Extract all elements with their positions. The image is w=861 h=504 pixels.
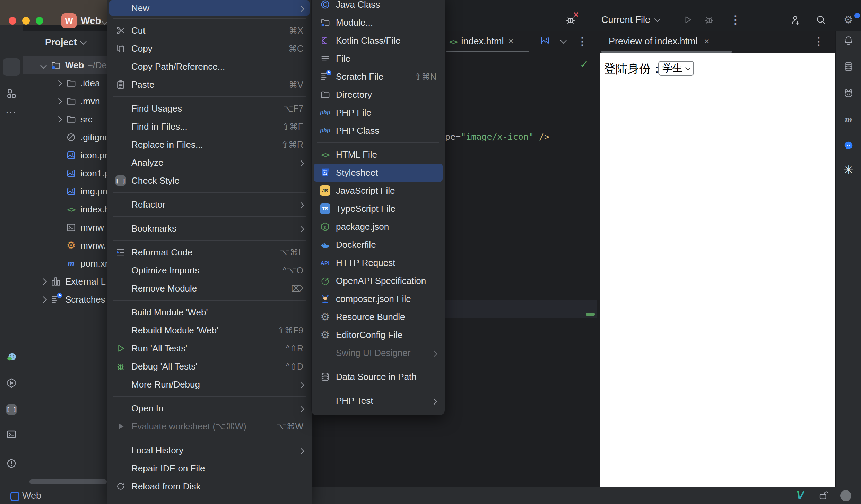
database-icon[interactable] <box>842 60 855 73</box>
menu-item-data-source-in-path[interactable]: Data Source in Path <box>314 368 443 386</box>
close-icon[interactable]: ✕ <box>704 37 710 45</box>
tree-item-mvnw[interactable]: ⚙mvnw. <box>23 236 107 254</box>
menu-item-kotlin-class-file[interactable]: Kotlin Class/File <box>314 32 443 50</box>
menu-item-paste[interactable]: Paste⌘V <box>109 76 310 94</box>
menu-item-http-request[interactable]: APIHTTP Request <box>314 254 443 272</box>
project-tool-button[interactable] <box>3 58 20 76</box>
menu-item-composer-json-file[interactable]: composer.json File <box>314 290 443 308</box>
run-config-selector[interactable]: Current File <box>601 12 660 27</box>
menu-item-bookmarks[interactable]: Bookmarks <box>109 219 310 237</box>
menu-item-scratch-file[interactable]: Scratch File⇧⌘N <box>314 68 443 86</box>
image-preview-icon[interactable] <box>540 35 550 47</box>
menu-item-build-module-web[interactable]: Build Module 'Web' <box>109 303 310 321</box>
terminal-icon[interactable] <box>5 427 18 441</box>
menu-item-refactor[interactable]: Refactor <box>109 195 310 214</box>
menu-item-repair-ide-on-file[interactable]: Repair IDE on File <box>109 459 310 477</box>
menu-item-php-test[interactable]: PHP Test <box>314 392 443 410</box>
project-panel-header[interactable]: Project <box>45 35 86 50</box>
settings-icon[interactable]: ⚙ <box>844 12 853 27</box>
tree-item-src[interactable]: src <box>23 110 107 128</box>
chevron-down-icon[interactable] <box>560 37 566 43</box>
run-button[interactable] <box>682 12 693 27</box>
kebab-icon[interactable]: ⋮ <box>813 36 824 47</box>
identity-select[interactable]: 学生 <box>658 61 694 76</box>
more-actions-icon[interactable]: ⋮ <box>730 12 741 27</box>
tree-item-icon-pn[interactable]: icon.pn <box>23 146 107 164</box>
plugin-mascot-icon[interactable] <box>5 350 18 364</box>
zoom-window-button[interactable] <box>36 17 43 25</box>
build-error-icon[interactable]: ✕ <box>565 12 576 27</box>
menu-item-reformat-code[interactable]: Reformat Code⌥⌘L <box>109 243 310 261</box>
search-icon[interactable] <box>815 12 826 27</box>
menu-item-typescript-file[interactable]: TSTypeScript File <box>314 200 443 218</box>
tab-preview-index-html[interactable]: Preview of index.html ✕ <box>605 36 710 47</box>
menu-item-new[interactable]: New <box>109 0 310 16</box>
menu-item-java-class[interactable]: Java Class <box>314 0 443 14</box>
maven-icon[interactable]: m <box>842 113 855 127</box>
menu-item-cut[interactable]: Cut⌘X <box>109 21 310 40</box>
lock-open-icon[interactable] <box>818 490 829 502</box>
close-window-button[interactable] <box>9 17 16 25</box>
more-tools-icon[interactable]: ··· <box>5 106 18 120</box>
menu-item-package-json[interactable]: package.json <box>314 218 443 236</box>
inspection-ok-icon[interactable]: ✓ <box>580 58 589 70</box>
tree-item-index-h[interactable]: <>index.h <box>23 200 107 218</box>
menu-item-dockerfile[interactable]: Dockerfile <box>314 236 443 254</box>
menu-item-find-usages[interactable]: Find Usages⌥F7 <box>109 99 310 118</box>
ai-assistant-icon[interactable] <box>842 87 855 101</box>
progress-circle-icon[interactable] <box>840 490 851 501</box>
tree-item-idea[interactable]: .idea <box>23 74 107 92</box>
project-panel-scrollbar[interactable] <box>29 479 107 484</box>
menu-item-evaluate-worksheet-w[interactable]: Evaluate worksheet (⌥⌘W)⌥⌘W <box>109 417 310 435</box>
close-icon[interactable]: ✕ <box>508 37 514 45</box>
menu-item-remove-module[interactable]: Remove Module⌦ <box>109 279 310 297</box>
chevron-right-icon[interactable] <box>37 279 50 284</box>
tree-item-icon1-p[interactable]: icon1.p <box>23 164 107 182</box>
menu-item-php-class[interactable]: phpPHP Class <box>314 122 443 140</box>
structure-icon[interactable] <box>5 87 18 101</box>
tree-item-img-pn[interactable]: img.pn <box>23 182 107 200</box>
checkstyle-tool-icon[interactable]: [ ] <box>5 402 18 416</box>
menu-item-more-run-debug[interactable]: More Run/Debug <box>109 375 310 393</box>
menu-item-find-in-files[interactable]: Find in Files...⇧⌘F <box>109 118 310 136</box>
menu-item-editorconfig-file[interactable]: ⚙EditorConfig File <box>314 326 443 344</box>
chat-icon[interactable] <box>842 139 855 153</box>
tree-item-pom-xr[interactable]: mpom.xr <box>23 254 107 272</box>
menu-item-copy-path-reference[interactable]: Copy Path/Reference... <box>109 58 310 76</box>
kebab-icon[interactable]: ⋮ <box>577 36 588 47</box>
chevron-right-icon[interactable] <box>52 99 65 104</box>
menu-item-analyze[interactable]: Analyze <box>109 154 310 172</box>
menu-item-local-history[interactable]: Local History <box>109 441 310 459</box>
tree-item-gitigno[interactable]: .gitigno <box>23 128 107 146</box>
chevron-right-icon[interactable] <box>52 117 65 122</box>
menu-item-javascript-file[interactable]: JSJavaScript File <box>314 182 443 200</box>
add-user-button[interactable] <box>790 12 801 27</box>
menu-item-openapi-specification[interactable]: OpenAPI Specification <box>314 272 443 290</box>
menu-item-copy[interactable]: Copy⌘C <box>109 40 310 58</box>
problems-icon[interactable] <box>5 457 18 470</box>
menu-item-php-file[interactable]: phpPHP File <box>314 104 443 122</box>
editor-pane[interactable]: pe="image/x-icon" /> ✓ <box>445 52 597 487</box>
menu-item-open-in[interactable]: Open In <box>109 399 310 417</box>
tree-item-mvn[interactable]: .mvn <box>23 92 107 110</box>
menu-item-resource-bundle[interactable]: ⚙Resource Bundle <box>314 308 443 326</box>
menu-item-run-all-tests[interactable]: Run 'All Tests'^⇧R <box>109 339 310 357</box>
menu-item-file[interactable]: File <box>314 50 443 68</box>
status-project-name[interactable]: Web <box>22 490 41 501</box>
debug-button[interactable] <box>704 12 715 27</box>
chevron-right-icon[interactable] <box>52 81 65 86</box>
menu-item-reload-from-disk[interactable]: Reload from Disk <box>109 477 310 495</box>
notifications-icon[interactable] <box>842 34 855 47</box>
chevron-down-icon[interactable] <box>37 63 50 68</box>
menu-item-optimize-imports[interactable]: Optimize Imports^⌥O <box>109 261 310 279</box>
tree-item-scratches[interactable]: Scratches <box>23 290 107 309</box>
minimize-window-button[interactable] <box>22 17 30 25</box>
menu-item-module[interactable]: Module... <box>314 14 443 32</box>
tree-item-external-l[interactable]: External L <box>23 272 107 290</box>
menu-item-replace-in-files[interactable]: Replace in Files...⇧⌘R <box>109 136 310 154</box>
menu-item-debug-all-tests[interactable]: Debug 'All Tests'^⇧D <box>109 357 310 375</box>
chevron-right-icon[interactable] <box>37 297 50 302</box>
menu-item-check-style[interactable]: [ ]Check Style <box>109 172 310 190</box>
tree-item-web[interactable]: Web~/De <box>23 56 107 74</box>
menu-item-rebuild-module-web[interactable]: Rebuild Module 'Web'⇧⌘F9 <box>109 321 310 339</box>
